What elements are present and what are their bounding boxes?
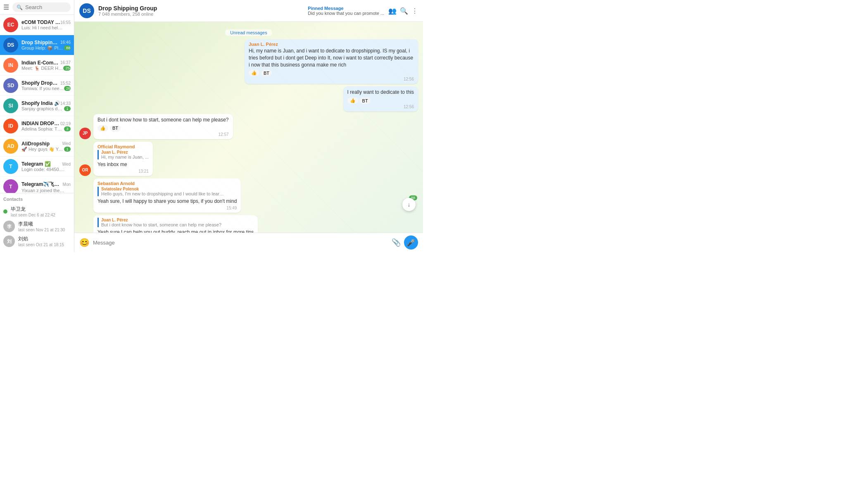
pinned-message-area[interactable]: Pinned Message Did you know that you can… (308, 6, 384, 16)
message-reactions: 👍BT (97, 125, 229, 131)
attach-button[interactable]: 📎 (392, 238, 401, 247)
reply-bar: Sviatoslav Polenok Hello guys, I'm new t… (97, 187, 237, 196)
contact-status: last seen Oct 21 at 18:15 (18, 242, 64, 247)
search-input[interactable] (25, 4, 67, 10)
message-time: 12:56 (249, 77, 414, 81)
message-reactions: 👍BT (347, 97, 414, 104)
reaction: 👍 (347, 97, 358, 104)
header-icons: 👥 🔍 ⋮ (388, 7, 418, 15)
chat-header-avatar: DS (79, 3, 94, 18)
avatar: 李 (3, 221, 15, 232)
contact-item[interactable]: 毕卫龙 last seen Dec 6 at 22:42 (3, 204, 71, 219)
message-bubble: Official Raymond Juan L. Pérez Hi, my na… (93, 142, 153, 176)
avatar: T (3, 179, 18, 193)
chat-time: 02:19 (60, 121, 71, 126)
pinned-label: Pinned Message (308, 6, 343, 11)
main-chat: DS Drop Shipping Group 7 048 members, 25… (74, 0, 423, 252)
search-box[interactable]: 🔍 (12, 2, 71, 12)
avatar: ID (3, 119, 18, 133)
search-messages-icon[interactable]: 🔍 (400, 7, 408, 15)
reply-sender: Sviatoslav Polenok (101, 187, 237, 191)
chat-info: AliDropship Wed 🚀 Hey guys 👋 You can boo… (21, 141, 71, 152)
sidebar-header: ☰ 🔍 (0, 0, 74, 15)
chat-item[interactable]: T Telegram✈️飞机群发/组拉人/群... Mon Yixuan z j… (0, 177, 74, 193)
chat-name: AliDropship (21, 141, 50, 147)
chat-item[interactable]: AD AliDropship Wed 🚀 Hey guys 👋 You can … (0, 136, 74, 157)
scroll-down-button[interactable]: ↓ (402, 198, 416, 211)
chat-time: Wed (62, 162, 71, 166)
unread-divider: Unread messages (79, 29, 418, 36)
reply-bar: Juan L. Pérez Hi, my name is Juan, ... (97, 150, 149, 159)
chat-info: Indian E-Commerce Wholsaler B2... 16:37 … (21, 60, 71, 71)
message-text: Hi, my name is Juan, and i want to dedic… (249, 48, 414, 68)
chat-item[interactable]: ID INDIAN DROPSHIPPING🐻🐻 🔊 02:19 Adelina… (0, 116, 74, 136)
chat-preview: Sanjay graphics designer full time freel… (21, 106, 64, 111)
message-bubble: Sebastian Arnold Sviatoslav Polenok Hell… (93, 178, 241, 213)
message-bubble: Juan L. Pérez But i dont know how to sta… (93, 215, 258, 233)
contact-item[interactable]: 李 李晨曦 last seen Nov 21 at 21:30 (3, 219, 71, 234)
chat-input-bar: 😊 📎 🎤 (74, 233, 423, 252)
chat-info: eCOM TODAY Ecommerce | ENG C... 16:55 Lu… (21, 19, 71, 30)
chat-info: Telegram ✅ Wed Login code: 49450. Do not… (21, 161, 71, 172)
message-avatar: OR (79, 164, 91, 176)
chat-time: Wed (62, 141, 71, 146)
chat-preview: Adelina Sophia: There's this mining plat… (21, 126, 64, 131)
mic-button[interactable]: 🎤 (404, 235, 418, 250)
badge: 1 (64, 147, 71, 152)
chat-info: INDIAN DROPSHIPPING🐻🐻 🔊 02:19 Adelina So… (21, 121, 71, 131)
message-text: Yeah sure, I will happy to share you som… (97, 198, 237, 205)
chat-name: Shopify India 🔊 (21, 100, 60, 106)
contacts-section: Contacts 毕卫龙 last seen Dec 6 at 22:42 李 … (0, 193, 74, 252)
message-text: Yeah sure I can help you out buddy, reac… (97, 229, 254, 233)
chat-messages-area: Unread messages Juan L. Pérez Hi, my nam… (74, 22, 423, 233)
reply-sender: Juan L. Pérez (101, 218, 254, 222)
avatar: DS (3, 38, 18, 52)
chat-title[interactable]: Drop Shipping Group (98, 5, 304, 12)
chat-name: Telegram ✅ (21, 161, 51, 167)
hamburger-icon[interactable]: ☰ (3, 3, 9, 11)
message-bubble: Juan L. Pérez Hi, my name is Juan, and i… (245, 39, 418, 84)
contact-status: last seen Dec 6 at 22:42 (11, 213, 55, 217)
message-bubble: But i dont know how to start, someone ca… (93, 114, 233, 139)
chat-time: Mon (63, 182, 71, 187)
avatar: SD (3, 78, 18, 93)
emoji-button[interactable]: 😊 (79, 238, 90, 247)
chat-name: INDIAN DROPSHIPPING🐻🐻 🔊 (21, 121, 60, 126)
chat-time: 16:37 (60, 60, 71, 65)
reaction: BT (261, 70, 272, 76)
reply-sender: Juan L. Pérez (101, 150, 149, 155)
message-input[interactable] (93, 240, 388, 246)
badge: 26 (64, 86, 71, 91)
chat-item[interactable]: SD Shopify Dropshipping Knowledge ... 15… (0, 76, 74, 96)
reaction: 👍 (249, 70, 259, 76)
chat-preview: Meet: 🦌 DEER HEAD MULTIPURPOS... (21, 66, 63, 71)
avatar: IN (3, 58, 18, 73)
chat-item[interactable]: T Telegram ✅ Wed Login code: 49450. Do n… (0, 157, 74, 177)
chat-item[interactable]: EC eCOM TODAY Ecommerce | ENG C... 16:55… (0, 15, 74, 35)
chat-item[interactable]: SI Shopify India 🔊 14:33 Sanjay graphics… (0, 96, 74, 116)
chat-preview: 🚀 Hey guys 👋 You can book a free m... (21, 147, 64, 152)
message-reactions: 👍BT (249, 70, 414, 76)
message-text: I really want to dedicate to this (347, 89, 414, 96)
contact-status: last seen Nov 21 at 21:30 (18, 228, 65, 232)
contact-name: 李晨曦 (18, 221, 65, 228)
chat-name: Drop Shipping Group 🔊 (21, 40, 60, 45)
reply-bar: Juan L. Pérez But i dont know how to sta… (97, 218, 254, 227)
message-sender: Juan L. Pérez (249, 42, 414, 47)
chat-item[interactable]: DS Drop Shipping Group 🔊 16:46 Group Hel… (0, 35, 74, 55)
chat-item[interactable]: IN Indian E-Commerce Wholsaler B2... 16:… (0, 55, 74, 76)
chat-preview: Login code: 49450. Do not give this code… (21, 167, 65, 172)
avatar: 刘 (3, 235, 15, 247)
chat-time: 15:52 (60, 81, 71, 86)
chat-preview: Tomiwa: If you need any recommenda... (21, 86, 64, 91)
avatar: T (3, 159, 18, 174)
chat-info: Drop Shipping Group 🔊 16:46 Group Help: … (21, 40, 71, 51)
more-options-icon[interactable]: ⋮ (411, 7, 418, 15)
chat-info: Telegram✈️飞机群发/组拉人/群... Mon Yixuan z joi… (21, 181, 71, 193)
contact-item[interactable]: 刘 刘焰 last seen Oct 21 at 18:15 (3, 234, 71, 249)
reaction: BT (360, 97, 371, 104)
members-icon[interactable]: 👥 (388, 7, 397, 15)
message-time: 12:57 (97, 132, 229, 137)
avatar: AD (3, 139, 18, 154)
chat-time: 14:33 (60, 101, 71, 106)
